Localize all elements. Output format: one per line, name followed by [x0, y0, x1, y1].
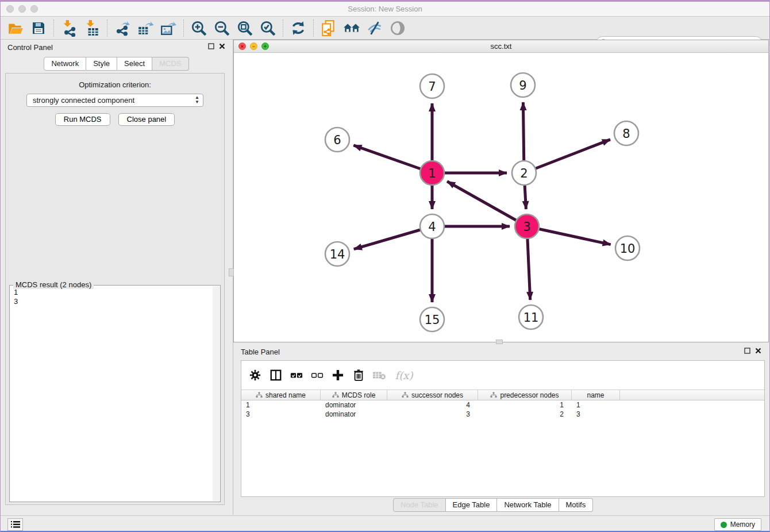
table-row[interactable]: 3 dominator 3 2 3 [241, 410, 764, 419]
import-table-button[interactable] [80, 18, 103, 38]
table-header: shared name MCDS role successor nodes pr… [241, 390, 764, 400]
float-table-panel-icon[interactable] [744, 348, 750, 354]
node-14[interactable]: 14 [325, 242, 349, 266]
import-table-icon [83, 20, 101, 37]
select-all-button[interactable] [287, 367, 306, 384]
node-1[interactable]: 1 [420, 161, 444, 185]
svg-text:10: 10 [620, 242, 636, 256]
toolbar-separator [183, 20, 184, 37]
column-header-predecessor-nodes[interactable]: predecessor nodes [478, 390, 572, 400]
network-canvas[interactable]: 7968124314101511 [234, 53, 768, 342]
node-2[interactable]: 2 [512, 161, 536, 185]
close-table-panel-icon[interactable] [755, 348, 761, 354]
column-header-successor-nodes[interactable]: successor nodes [387, 390, 478, 400]
network-window-titlebar[interactable]: × − + scc.txt [234, 40, 768, 53]
svg-text:15: 15 [425, 313, 440, 327]
column-type-icon [490, 392, 497, 398]
show-network-button[interactable] [386, 18, 409, 38]
node-4[interactable]: 4 [420, 214, 444, 238]
column-header-mcds-role[interactable]: MCDS role [321, 390, 387, 400]
optimization-criterion-label: Optimization criterion: [6, 80, 224, 89]
svg-text:6: 6 [333, 133, 341, 147]
node-3[interactable]: 3 [515, 214, 539, 238]
eye-icon [389, 20, 406, 37]
zoom-out-button[interactable] [210, 18, 233, 38]
table-panel-title: Table Panel [241, 348, 280, 356]
node-7[interactable]: 7 [420, 74, 444, 98]
show-all-networks-button[interactable] [340, 18, 363, 38]
zoom-selected-button[interactable] [256, 18, 279, 38]
hide-eye-icon [366, 20, 383, 37]
svg-text:11: 11 [523, 311, 539, 325]
trash-icon [352, 368, 365, 382]
hide-network-button[interactable] [363, 18, 386, 38]
table-tabs: Node Table Edge Table Network Table Moti… [393, 498, 593, 512]
column-header-shared-name[interactable]: shared name [241, 390, 321, 400]
import-network-button[interactable] [57, 18, 80, 38]
tab-network-table[interactable]: Network Table [497, 498, 559, 512]
zoom-fit-icon [236, 20, 253, 37]
control-panel-tabs: Network Style Select MCDS [1, 57, 232, 71]
tab-network[interactable]: Network [44, 57, 86, 71]
criterion-select[interactable]: strongly connected component ▲▼ [26, 94, 203, 107]
float-panel-icon[interactable] [208, 43, 214, 49]
apply-layout-button[interactable] [287, 18, 310, 38]
memory-button[interactable]: Memory [714, 518, 761, 531]
tab-edge-table[interactable]: Edge Table [446, 498, 498, 512]
tab-select[interactable]: Select [117, 57, 152, 71]
fx-icon: f(x) [395, 369, 413, 381]
toolbar-separator [53, 20, 54, 37]
delete-row-button[interactable] [349, 367, 368, 384]
tab-style[interactable]: Style [86, 57, 117, 71]
node-8[interactable]: 8 [614, 121, 638, 145]
svg-text:2: 2 [520, 167, 528, 180]
svg-text:9: 9 [519, 79, 526, 92]
table-row[interactable]: 1 dominator 4 1 1 [241, 400, 764, 410]
table-settings-button[interactable] [246, 367, 264, 384]
node-9[interactable]: 9 [511, 73, 535, 97]
deselect-all-button[interactable] [308, 367, 326, 384]
open-folder-icon [7, 20, 24, 37]
zoom-selected-icon [259, 20, 276, 37]
columns-icon [270, 369, 282, 381]
zoom-fit-button[interactable] [233, 18, 256, 38]
mcds-result-text[interactable]: 1 3 [11, 288, 212, 500]
close-panel-icon[interactable] [219, 43, 225, 49]
status-bar: Memory [1, 515, 769, 532]
save-icon [30, 20, 47, 36]
open-file-button[interactable] [4, 18, 27, 38]
zoom-in-button[interactable] [187, 18, 210, 38]
edge-3-10[interactable] [527, 226, 611, 245]
criterion-value: strongly connected component [33, 96, 134, 105]
horizontal-splitter-grip[interactable] [496, 340, 503, 344]
result-scrollbar[interactable] [213, 286, 220, 501]
save-session-button[interactable] [27, 18, 50, 38]
houses-icon [342, 20, 361, 37]
refresh-icon [290, 20, 307, 37]
tab-motifs[interactable]: Motifs [559, 498, 594, 512]
edge-3-1[interactable] [447, 182, 527, 226]
edge-2-8[interactable] [524, 140, 610, 173]
column-header-name[interactable]: name [572, 390, 620, 400]
node-11[interactable]: 11 [519, 305, 543, 329]
show-columns-button[interactable] [267, 367, 285, 384]
node-10[interactable]: 10 [615, 236, 640, 260]
import-network-icon [60, 20, 78, 37]
clone-network-icon [320, 20, 337, 37]
task-history-button[interactable] [7, 518, 23, 531]
toolbar-separator [313, 20, 314, 37]
network-graph[interactable]: 7968124314101511 [234, 53, 768, 342]
export-image-button[interactable] [157, 18, 180, 38]
node-6[interactable]: 6 [325, 128, 349, 152]
export-network-button[interactable] [111, 18, 134, 38]
run-mcds-button[interactable]: Run MCDS [55, 113, 110, 126]
tab-mcds[interactable]: MCDS [152, 57, 188, 71]
clone-network-button[interactable] [317, 18, 340, 38]
table-toolbar: f(x) [241, 361, 764, 390]
close-panel-button[interactable]: Close panel [118, 113, 175, 126]
export-table-button[interactable] [134, 18, 157, 38]
tab-node-table[interactable]: Node Table [393, 498, 446, 512]
add-row-button[interactable] [329, 367, 347, 384]
vertical-splitter-grip[interactable] [229, 268, 234, 276]
node-15[interactable]: 15 [420, 307, 444, 331]
